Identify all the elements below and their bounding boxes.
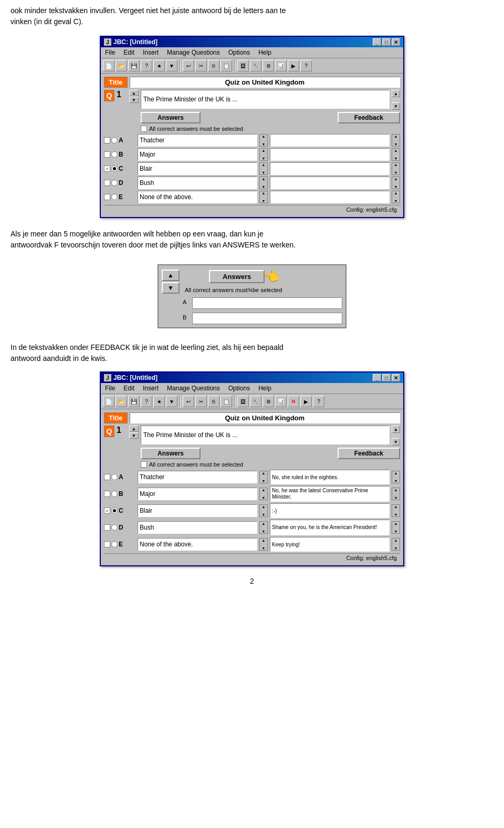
radio-c-2[interactable]	[111, 508, 118, 514]
toolbar-undo-1[interactable]: ↩	[183, 60, 194, 71]
toolbar-q-1[interactable]: ?	[300, 60, 312, 71]
feedback-field-a-1[interactable]	[270, 134, 390, 147]
feedback-text-e-2[interactable]: Keep trying!	[270, 537, 390, 552]
radio-b-1[interactable]	[111, 151, 118, 158]
radio-a-2[interactable]	[111, 474, 118, 480]
answer-field-a-2[interactable]: Thatcher	[138, 471, 257, 483]
menu-insert-2[interactable]: Insert	[141, 384, 161, 392]
menu-file-2[interactable]: File	[103, 384, 117, 392]
toolbar-star-2[interactable]: ★	[153, 396, 165, 407]
feedback-field-b-1[interactable]	[270, 148, 390, 161]
big-arrow-down[interactable]: ▼	[162, 282, 180, 294]
answer-field-e-2[interactable]: None of the above.	[138, 538, 257, 551]
toolbar-save-2[interactable]: 💾	[128, 396, 140, 407]
maximize-button-2[interactable]: □	[382, 374, 391, 381]
toolbar-help-2[interactable]: ?	[141, 396, 152, 407]
answer-field-d-1[interactable]: Bush	[138, 177, 257, 189]
preview-answer-box-a[interactable]	[192, 297, 342, 309]
feedback-text-a-2[interactable]: No, she ruled in the eighties.	[270, 470, 390, 484]
checkbox-e-1[interactable]	[104, 194, 110, 200]
q-arrow-down-1[interactable]: ▼	[129, 97, 139, 103]
menu-help-1[interactable]: Help	[256, 48, 274, 57]
feedback-field-c-1[interactable]	[270, 162, 390, 175]
menu-manage-1[interactable]: Manage Questions	[165, 48, 222, 57]
menu-options-2[interactable]: Options	[226, 384, 252, 392]
minimize-button-2[interactable]: _	[373, 374, 381, 381]
close-button-2[interactable]: ✕	[392, 374, 400, 381]
radio-a-1[interactable]	[111, 137, 118, 143]
radio-e-2[interactable]	[111, 541, 118, 547]
checkbox-e-2[interactable]	[104, 541, 110, 547]
toolbar-img1-1[interactable]: 🖼	[237, 60, 249, 71]
radio-c-1[interactable]	[111, 165, 118, 172]
radio-d-1[interactable]	[111, 180, 118, 186]
preview-answers-btn[interactable]: Answers	[209, 270, 265, 283]
toolbar-help-1[interactable]: ?	[141, 60, 152, 71]
toolbar-img2-1[interactable]: 🔧	[250, 60, 261, 71]
feedback-field-e-1[interactable]	[270, 191, 390, 203]
answer-field-d-2[interactable]: Bush	[138, 521, 257, 534]
toolbar-paste-1[interactable]: 📋	[220, 60, 232, 71]
feedback-text-b-2[interactable]: No, he was the latest Conservative Prime…	[270, 486, 390, 502]
feedback-text-d-2[interactable]: Shame on you, he is the American Preside…	[270, 520, 390, 535]
feedback-button-2[interactable]: Feedback	[338, 448, 400, 459]
minimize-button-1[interactable]: _	[373, 38, 381, 46]
answer-field-e-1[interactable]: None of the above.	[138, 191, 257, 203]
checkbox-c-2[interactable]: ✓	[104, 508, 110, 514]
toolbar-copy-1[interactable]: ⎘	[208, 60, 219, 71]
q-arrow-up-2[interactable]: ▲	[129, 426, 139, 432]
toolbar-paste-2[interactable]: 📋	[220, 396, 232, 407]
toolbar-img3-2[interactable]: ⚙	[262, 396, 274, 407]
menu-help-2[interactable]: Help	[256, 384, 274, 392]
toolbar-copy-2[interactable]: ⎘	[208, 396, 219, 407]
toolbar-img4-2[interactable]: 📊	[275, 396, 287, 407]
all-correct-checkbox-1[interactable]	[141, 126, 147, 132]
checkbox-a-2[interactable]	[104, 474, 110, 480]
close-button-1[interactable]: ✕	[392, 38, 400, 46]
radio-b-2[interactable]	[111, 491, 118, 497]
question-text-2[interactable]: The Prime Minister of the UK is ...	[141, 426, 390, 444]
maximize-button-1[interactable]: □	[382, 38, 391, 46]
menu-edit-2[interactable]: Edit	[121, 384, 136, 392]
toolbar-star-1[interactable]: ★	[153, 60, 165, 71]
menu-edit-1[interactable]: Edit	[121, 48, 136, 57]
toolbar-img3-1[interactable]: ⚙	[262, 60, 274, 71]
toolbar-q-2[interactable]: ?	[313, 396, 324, 407]
toolbar-new-1[interactable]: 📄	[103, 60, 114, 71]
toolbar-cut-2[interactable]: ✂	[195, 396, 207, 407]
scroll-up-2[interactable]: ▲	[392, 426, 400, 433]
answer-field-a-1[interactable]: Thatcher	[138, 134, 257, 147]
all-correct-checkbox-2[interactable]	[141, 461, 147, 468]
checkbox-d-1[interactable]	[104, 180, 110, 186]
q-arrow-up-1[interactable]: ▲	[129, 90, 139, 96]
preview-answer-box-b[interactable]	[192, 313, 342, 324]
toolbar-img2-2[interactable]: 🔧	[250, 396, 261, 407]
feedback-field-d-1[interactable]	[270, 177, 390, 189]
answer-field-b-2[interactable]: Major	[138, 488, 257, 500]
quiz-title-2[interactable]: Quiz on United Kingdom	[130, 412, 401, 423]
answer-field-c-2[interactable]: Blair	[138, 504, 257, 517]
toolbar-open-1[interactable]: 📂	[116, 60, 127, 71]
toolbar-open-2[interactable]: 📂	[116, 396, 127, 407]
toolbar-down-arrow-2[interactable]: ▼	[166, 396, 177, 407]
toolbar-img1-2[interactable]: 🖼	[237, 396, 249, 407]
checkbox-c-1[interactable]: ✓	[104, 165, 110, 172]
answers-button-1[interactable]: Answers	[141, 112, 201, 123]
feedback-text-c-2[interactable]: :-)	[270, 503, 390, 518]
toolbar-undo-2[interactable]: ↩	[183, 396, 194, 407]
quiz-title-1[interactable]: Quiz on United Kingdom	[130, 77, 401, 88]
checkbox-b-2[interactable]	[104, 491, 110, 497]
toolbar-cut-1[interactable]: ✂	[195, 60, 207, 71]
checkbox-b-1[interactable]	[104, 151, 110, 158]
radio-d-2[interactable]	[111, 524, 118, 531]
feedback-button-1[interactable]: Feedback	[338, 112, 400, 123]
menu-options-1[interactable]: Options	[226, 48, 252, 57]
radio-e-1[interactable]	[111, 194, 118, 200]
scroll-down-1[interactable]: ▼	[392, 102, 400, 110]
answer-field-b-1[interactable]: Major	[138, 148, 257, 161]
menu-manage-2[interactable]: Manage Questions	[165, 384, 222, 392]
toolbar-down-arrow-1[interactable]: ▼	[166, 60, 177, 71]
answers-button-2[interactable]: Answers	[141, 448, 201, 459]
question-text-1[interactable]: The Prime Minister of the UK is ...	[141, 90, 390, 109]
toolbar-new-2[interactable]: 📄	[103, 396, 114, 407]
